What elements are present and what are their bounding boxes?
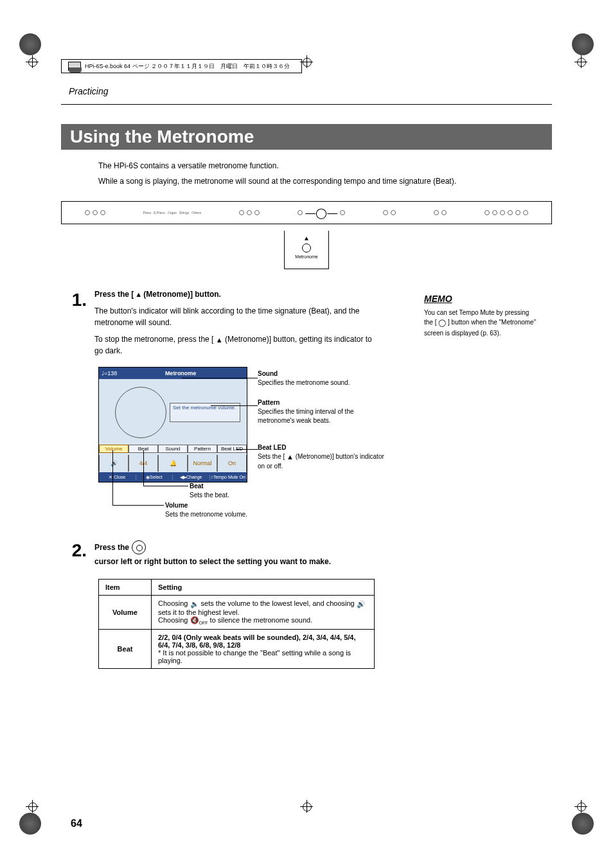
section-title: Using the Metronome: [61, 124, 552, 150]
leader-volume-h: [112, 505, 164, 506]
callout-beat-title: Beat: [190, 483, 229, 490]
callout-pattern-body: Specifies the timing interval of the met…: [258, 407, 380, 425]
crop-disc-bl: [19, 813, 41, 835]
leader-beatled: [236, 449, 258, 450]
volume-off-icon: 🔇OFF: [190, 616, 208, 625]
callout-volume: Volume Sets the metronome volume.: [165, 502, 247, 519]
callout-sound-title: Sound: [258, 370, 373, 377]
tab-volume: Volume: [99, 445, 129, 453]
row-volume: Volume Choosing 🔈 sets the volume to the…: [99, 596, 375, 630]
volume-low-icon: 🔈: [190, 600, 199, 608]
step-1-title-pre: Press the [: [94, 290, 134, 299]
footer-change: ◀▶Change: [173, 475, 210, 480]
vol-line2-post: sets it to the highest level.: [158, 608, 240, 616]
circle-button-icon: ◯: [438, 317, 446, 328]
step-2-title-pre: Press the: [94, 543, 129, 552]
crop-mark: [574, 800, 587, 813]
metronome-glyph-icon: ▲: [287, 452, 294, 462]
crop-mark: [300, 800, 313, 813]
sound-value-icon: 🔔: [158, 455, 188, 472]
step-2-title-post: cursor left or right button to select th…: [94, 557, 331, 566]
step-2: 2. Press the cursor left or right button…: [61, 540, 552, 572]
callout-beatled-pre: Sets the [: [258, 453, 285, 460]
step-1-body-2: To stop the metronome, press the [ ▲ (Me…: [94, 333, 377, 357]
metronome-button-callout: ▲ Metronome: [284, 231, 329, 269]
footer-tempo-mute: ○Tempo Mute On: [210, 475, 247, 479]
step-1-title-post: (Metronome)] button.: [143, 290, 221, 299]
tab-sound: Sound: [158, 445, 188, 453]
memo-label: MEMO: [424, 294, 452, 304]
beat-led-value: On: [217, 455, 247, 472]
leader-sound: [182, 378, 258, 378]
screen-box: ♩=138 Metronome Set the metronome volume…: [98, 367, 247, 483]
metronome-icon: ▲: [285, 235, 328, 242]
cursor-ring-icon: [132, 540, 146, 554]
step-2-title: Press the cursor left or right button to…: [94, 540, 377, 566]
leader-volume-v: [112, 450, 113, 505]
screen-tabs: Volume Beat Sound Pattern Beat LED: [99, 445, 247, 453]
callout-beat-body: Sets the beat.: [190, 491, 229, 500]
leader-beat-h: [143, 486, 188, 486]
running-header: Practicing: [69, 86, 552, 96]
screen-title: Metronome: [117, 370, 244, 376]
step-1-body2-pre: To stop the metronome, press the [: [94, 335, 213, 344]
row-beat-label: Beat: [99, 629, 152, 668]
callout-beat: Beat Sets the beat.: [190, 483, 229, 500]
metronome-button-label: Metronome: [285, 254, 328, 259]
tab-pattern: Pattern: [188, 445, 217, 453]
screen-tempo: ♩=138: [102, 370, 117, 376]
callout-volume-title: Volume: [165, 502, 247, 509]
callout-pattern: Pattern Specifies the timing interval of…: [258, 399, 380, 425]
col-header-setting: Setting: [152, 580, 375, 596]
row-beat-setting: 2/2, 0/4 (Only weak beats will be sounde…: [152, 629, 375, 668]
metronome-glyph-icon: ▲: [216, 335, 223, 346]
footer-select: ◉Select: [136, 475, 173, 480]
crop-marks-bottom: [0, 800, 613, 813]
callout-pattern-title: Pattern: [258, 399, 380, 406]
step-1-body-1: The button's indicator will blink accord…: [94, 305, 377, 328]
crop-mark: [26, 800, 39, 813]
screen-footer: ✕ Close ◉Select ◀▶Change ○Tempo Mute On: [99, 472, 247, 482]
intro-line-1: The HPi-6S contains a versatile metronom…: [98, 160, 552, 172]
crop-disc-br: [572, 813, 594, 835]
vol-line1-post: sets the volume to the lowest level, and…: [201, 599, 357, 607]
volume-high-icon: 🔊: [357, 600, 366, 608]
step-2-number: 2.: [61, 540, 87, 572]
header-rule: [61, 104, 552, 105]
callout-volume-body: Sets the metronome volume.: [165, 510, 247, 519]
footer-close: ✕ Close: [99, 475, 136, 480]
screen-tab-values: 🔊 4/4 🔔 Normal On: [99, 455, 247, 472]
callout-beatled-body: Sets the [ ▲ (Metronome)] button's indic…: [258, 452, 386, 471]
settings-table: Item Setting Volume Choosing 🔈 sets the …: [98, 579, 375, 669]
row-volume-label: Volume: [99, 596, 152, 630]
beat-note: * It is not possible to change the "Beat…: [158, 649, 351, 664]
row-beat: Beat 2/2, 0/4 (Only weak beats will be s…: [99, 629, 375, 668]
volume-value-icon: 🔊: [99, 455, 129, 472]
page-number: 64: [71, 818, 82, 829]
step-1-title: Press the [ ▲ (Metronome)] button.: [94, 290, 377, 299]
vol-line1-pre: Choosing: [158, 599, 190, 607]
leader-beat-v: [143, 450, 144, 486]
callout-sound: Sound Specifies the metronome sound.: [258, 370, 373, 387]
metronome-glyph-icon: ▲: [135, 290, 142, 298]
memo-body: You can set Tempo Mute by pressing the […: [424, 308, 540, 338]
front-panel-diagram: PianoE.PianoOrganStringsOthers —◯—: [61, 201, 552, 224]
callout-beat-led: Beat LED Sets the [ ▲ (Metronome)] butto…: [258, 444, 386, 471]
metronome-screen-diagram: ♩=138 Metronome Set the metronome volume…: [98, 367, 445, 527]
screen-dial: [115, 387, 166, 438]
intro-line-2: While a song is playing, the metronome w…: [98, 175, 552, 187]
callout-sound-body: Specifies the metronome sound.: [258, 378, 373, 387]
metronome-button-circle: [302, 244, 311, 252]
step-1-number: 1.: [61, 290, 87, 362]
leader-pattern: [211, 405, 258, 406]
pattern-value: Normal: [188, 455, 217, 472]
beat-options: 2/2, 0/4 (Only weak beats will be sounde…: [158, 633, 356, 649]
memo-sidebar: MEMO You can set Tempo Mute by pressing …: [424, 293, 540, 338]
col-header-item: Item: [99, 580, 152, 596]
vol-line3-post: to silence the metronome sound.: [210, 616, 313, 624]
vol-line3-pre: Choosing: [158, 616, 190, 624]
row-volume-setting: Choosing 🔈 sets the volume to the lowest…: [152, 596, 375, 630]
callout-beatled-title: Beat LED: [258, 444, 386, 451]
